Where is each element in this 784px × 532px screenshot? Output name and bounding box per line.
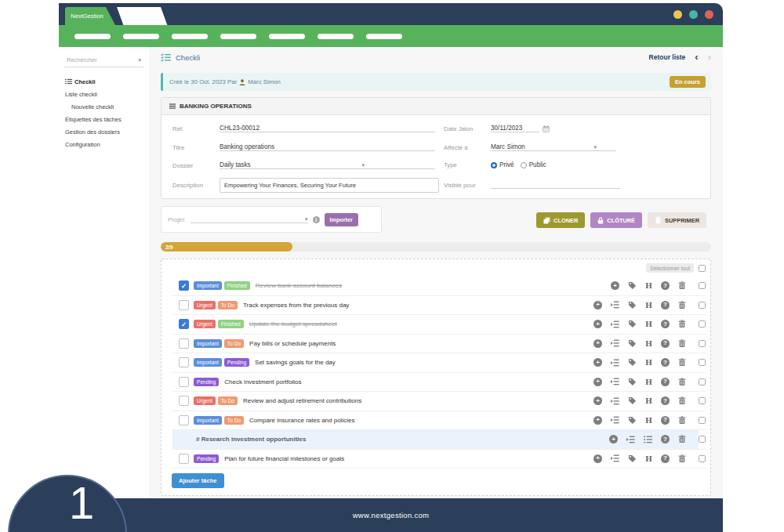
sidebar-item-gestion-des-dossiers[interactable]: Gestion des dossiers (59, 125, 149, 138)
cloner-button[interactable]: CLONER (536, 212, 585, 228)
tag-icon[interactable] (628, 378, 637, 386)
ref-input[interactable] (220, 125, 435, 132)
projet-select[interactable]: ▾ (191, 216, 308, 223)
add-task-button[interactable]: Ajouter tâche (172, 473, 224, 488)
heading-icon[interactable]: H (645, 416, 652, 425)
task-checkbox[interactable] (179, 415, 189, 425)
indent-icon[interactable] (611, 301, 619, 309)
sidebar-item-nouvelle-checkli[interactable]: Nouvelle checkli (59, 100, 149, 113)
nav-pill[interactable] (220, 34, 256, 39)
trash-icon[interactable] (678, 435, 686, 443)
help-icon[interactable]: ? (661, 435, 670, 443)
task-checkbox[interactable] (179, 357, 189, 367)
dossier-select[interactable]: Daily tasks ▾ (220, 161, 435, 169)
back-to-list-link[interactable]: Retour liste (649, 53, 686, 61)
nav-pill[interactable] (172, 34, 208, 39)
add-subtask-icon[interactable]: + (611, 281, 619, 290)
help-icon[interactable]: ? (661, 301, 670, 309)
task-checkbox[interactable] (179, 338, 189, 349)
task-checkbox[interactable] (179, 377, 189, 387)
trash-icon[interactable] (678, 301, 686, 309)
search-select[interactable]: Rechercher ▾ (64, 53, 143, 67)
task-select-checkbox[interactable] (699, 282, 706, 289)
indent-icon[interactable] (626, 436, 635, 443)
indent-icon[interactable] (611, 359, 619, 367)
checklist-icon[interactable] (644, 436, 652, 443)
add-subtask-icon[interactable]: + (593, 301, 602, 309)
footer-url[interactable]: www.nextgestion.com (353, 511, 430, 519)
tag-icon[interactable] (628, 301, 637, 309)
task-select-checkbox[interactable] (699, 320, 706, 328)
maximize-button[interactable] (689, 10, 698, 19)
nav-pill[interactable] (366, 34, 402, 39)
nav-pill[interactable] (318, 34, 354, 39)
heading-icon[interactable]: H (645, 454, 652, 463)
date-jalon-input[interactable] (491, 125, 539, 132)
affecte-select[interactable]: Marc Simon ▾ (491, 143, 616, 151)
tag-icon[interactable] (628, 281, 637, 290)
tag-icon[interactable] (628, 358, 637, 367)
sidebar-item-checkli[interactable]: Checkli (59, 75, 149, 88)
heading-icon[interactable]: H (645, 320, 652, 328)
help-icon[interactable]: ? (661, 396, 670, 405)
task-select-checkbox[interactable] (699, 397, 706, 404)
titre-input[interactable] (220, 143, 435, 151)
heading-icon[interactable]: H (645, 378, 652, 386)
tag-icon[interactable] (628, 396, 637, 405)
indent-icon[interactable] (611, 320, 619, 328)
help-icon[interactable]: ? (661, 358, 670, 367)
add-subtask-icon[interactable]: + (593, 339, 602, 348)
task-select-checkbox[interactable] (699, 359, 706, 366)
help-icon[interactable]: ? (661, 281, 670, 290)
task-checkbox[interactable]: ✓ (179, 319, 189, 329)
sidebar-item-configuration[interactable]: Configuration (59, 138, 149, 150)
trash-icon[interactable] (678, 358, 686, 367)
visible-pour-input[interactable] (491, 181, 620, 189)
prev-chevron-icon[interactable]: ‹ (695, 53, 698, 61)
indent-icon[interactable] (611, 416, 619, 424)
cloture-button[interactable]: CLÔTURÉ (590, 212, 642, 228)
heading-icon[interactable]: H (645, 301, 652, 309)
task-select-checkbox[interactable] (699, 455, 706, 462)
indent-icon[interactable] (611, 339, 619, 347)
task-select-checkbox[interactable] (699, 378, 706, 385)
tag-icon[interactable] (628, 454, 637, 463)
trash-icon[interactable] (678, 454, 686, 463)
heading-icon[interactable]: H (645, 358, 652, 367)
add-subtask-icon[interactable]: + (593, 320, 602, 328)
minimize-button[interactable] (673, 10, 682, 19)
trash-icon[interactable] (678, 378, 686, 386)
help-icon[interactable]: ? (661, 378, 670, 386)
trash-icon[interactable] (678, 416, 686, 425)
add-subtask-icon[interactable]: + (609, 435, 618, 443)
radio-prive[interactable]: Privé (491, 161, 514, 168)
tag-icon[interactable] (628, 320, 637, 328)
add-subtask-icon[interactable]: + (593, 416, 602, 425)
help-icon[interactable]: ? (661, 320, 670, 328)
add-subtask-icon[interactable]: + (593, 396, 602, 405)
add-subtask-icon[interactable]: + (593, 454, 602, 463)
help-icon[interactable]: ? (661, 454, 670, 463)
supprimer-button[interactable]: SUPPRIMER (648, 212, 706, 228)
indent-icon[interactable] (611, 397, 619, 405)
indent-icon[interactable] (611, 378, 619, 385)
importer-button[interactable]: Importer (325, 213, 358, 226)
brand-tab[interactable]: NextGestion (65, 7, 115, 25)
active-tab-shape[interactable] (117, 7, 167, 25)
tag-icon[interactable] (628, 339, 637, 348)
task-select-checkbox[interactable] (699, 417, 706, 424)
add-subtask-icon[interactable]: + (593, 378, 602, 386)
sidebar-item--tiquettes-des-t-ches[interactable]: Étiquettes des tâches (59, 113, 149, 125)
task-checkbox[interactable] (179, 454, 189, 464)
select-all-checkbox[interactable] (699, 265, 706, 272)
heading-icon[interactable]: H (645, 339, 652, 348)
task-checkbox[interactable]: ✓ (179, 280, 189, 291)
heading-icon[interactable]: H (645, 281, 652, 290)
nav-pill[interactable] (123, 34, 159, 39)
help-icon[interactable]: ? (661, 416, 670, 425)
info-icon[interactable]: i (313, 216, 320, 223)
add-subtask-icon[interactable]: + (593, 358, 602, 367)
sidebar-item-liste-checkli[interactable]: Liste checkli (59, 88, 149, 100)
trash-icon[interactable] (678, 339, 686, 348)
task-select-checkbox[interactable] (699, 436, 706, 443)
